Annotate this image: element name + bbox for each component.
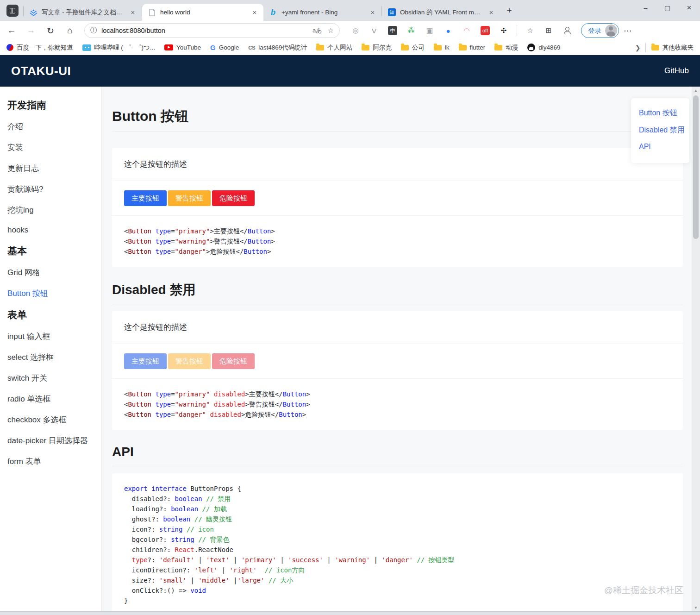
extension-translate[interactable]: 中 xyxy=(386,24,400,38)
sidebar-item[interactable]: 更新日志 xyxy=(0,158,101,179)
toc-link[interactable]: Disabled 禁用 xyxy=(639,126,685,135)
tab-actions-menu-icon[interactable] xyxy=(6,5,19,17)
extension-cat[interactable]: ◠ xyxy=(460,24,474,38)
tab-close-icon[interactable]: × xyxy=(487,8,495,17)
warning-demo-button[interactable]: 警告按钮 xyxy=(168,353,211,369)
sidebar-item[interactable]: input 输入框 xyxy=(0,326,101,347)
sidebar-group-title: 表单 xyxy=(0,304,101,326)
address-bar[interactable]: ⓘ localhost:8080/button aあ ☆ xyxy=(84,23,340,38)
extension-blue-dot[interactable]: ● xyxy=(441,24,455,38)
extension-atom[interactable]: ◎ xyxy=(349,24,362,38)
bookmarks-overflow-icon[interactable]: ❯ xyxy=(635,44,641,51)
add-favorite-icon[interactable]: ☆ xyxy=(328,26,334,35)
reload-button[interactable]: ↻ xyxy=(43,23,58,38)
folder-icon xyxy=(401,45,409,50)
browser-tab-1[interactable]: 写文章 - 手撸组件库之文档工具× xyxy=(24,4,142,21)
sidebar-item[interactable]: hooks xyxy=(0,220,101,240)
sidebar-item[interactable]: Button 按钮 xyxy=(0,283,101,304)
sidebar-item[interactable]: radio 单选框 xyxy=(0,389,101,409)
url-text[interactable]: localhost:8080/button xyxy=(101,27,312,34)
window-close-button[interactable]: × xyxy=(678,0,700,16)
primary-demo-button[interactable]: 主要按钮 xyxy=(124,190,167,206)
browser-tab-4[interactable]: 知Obsidian 的 YAML Front matter× xyxy=(382,4,500,21)
warning-demo-button[interactable]: 警告按钮 xyxy=(168,190,211,206)
sidebar-item[interactable]: Grid 网格 xyxy=(0,262,101,283)
bookmark-item[interactable]: lk xyxy=(434,44,450,51)
sidebar-item[interactable]: checkbox 多选框 xyxy=(0,409,101,430)
bookmark-label: diy4869 xyxy=(538,44,560,51)
folder-icon xyxy=(362,45,369,50)
bookmark-item[interactable]: 百度一下，你就知道 xyxy=(6,44,73,52)
bookmark-item[interactable]: CSlast4869代码统计 xyxy=(248,44,307,52)
danger-demo-button[interactable]: 危险按钮 xyxy=(212,190,255,206)
primary-demo-button[interactable]: 主要按钮 xyxy=(124,353,167,369)
home-button[interactable]: ⌂ xyxy=(62,23,78,38)
sidebar-item[interactable]: 介绍 xyxy=(0,116,101,137)
extension-box[interactable]: ▣ xyxy=(423,24,437,38)
extension-off-badge[interactable]: off xyxy=(478,24,492,38)
code-line: <Button type="danger">危险按钮</Button> xyxy=(124,246,671,257)
tab-close-icon[interactable]: × xyxy=(129,8,137,17)
sidebar-item[interactable]: form 表单 xyxy=(0,451,101,472)
code-line: icon?: string // icon xyxy=(124,524,671,534)
window-maximize-button[interactable]: ▢ xyxy=(656,0,678,16)
sidebar-item[interactable]: select 选择框 xyxy=(0,347,101,368)
forward-button[interactable]: → xyxy=(23,23,39,38)
site-brand[interactable]: OTAKU-UI xyxy=(11,64,71,78)
feedback-person-icon[interactable] xyxy=(560,24,574,38)
folder-icon xyxy=(651,45,659,50)
favorites-icon[interactable]: ☆ xyxy=(523,24,537,38)
tab-close-icon[interactable]: × xyxy=(250,8,259,17)
browser-tab-2[interactable]: hello world× xyxy=(142,4,263,21)
bookmark-label: 阿尔克 xyxy=(373,44,392,52)
sidebar-group-title: 开发指南 xyxy=(0,94,101,116)
collections-icon[interactable]: ⊞ xyxy=(542,24,556,38)
new-tab-button[interactable]: + xyxy=(503,4,516,17)
bookmark-item[interactable]: 动漫 xyxy=(494,44,518,52)
sidebar-item[interactable]: 挖坑ing xyxy=(0,200,101,220)
bookmark-item[interactable]: 个人网站 xyxy=(316,44,352,52)
vertical-scrollbar[interactable]: ▲ ▼ xyxy=(692,87,700,611)
zhihu-favicon-icon: 知 xyxy=(388,8,396,17)
login-button[interactable]: 登录 xyxy=(581,23,619,38)
bookmark-item[interactable]: flutter xyxy=(459,44,486,51)
bookmark-label: 动漫 xyxy=(506,44,518,52)
site-info-icon[interactable]: ⓘ xyxy=(90,26,97,35)
window-bottom-edge xyxy=(0,611,700,615)
login-label: 登录 xyxy=(588,26,601,35)
bookmark-label: YouTube xyxy=(176,44,201,51)
bookmark-item[interactable]: YouTube xyxy=(164,44,201,51)
extension-baidu-paw[interactable]: ⁂ xyxy=(404,24,418,38)
back-button[interactable]: ← xyxy=(4,23,19,38)
other-favorites-label: 其他收藏夹 xyxy=(662,44,694,52)
sidebar-item[interactable]: 安装 xyxy=(0,137,101,158)
scrollbar-up-arrow[interactable]: ▲ xyxy=(692,87,700,94)
extension-vue[interactable]: V xyxy=(367,24,381,38)
scrollbar-thumb[interactable] xyxy=(693,95,699,239)
browser-tab-3[interactable]: b+yaml fronent - Bing× xyxy=(263,4,381,21)
sidebar-item[interactable]: switch 开关 xyxy=(0,368,101,389)
sidebar-item[interactable]: 贡献源码? xyxy=(0,179,101,200)
github-link[interactable]: GitHub xyxy=(664,66,689,75)
bookmark-label: 哔哩哔哩 ( ゜- ゜)つ... xyxy=(94,44,155,52)
toc-link[interactable]: Button 按钮 xyxy=(639,108,685,118)
component-description: 这个是按钮的描述 xyxy=(112,311,683,344)
window-minimize-button[interactable]: – xyxy=(635,0,656,16)
translate-icon[interactable]: aあ xyxy=(312,26,322,35)
tab-close-icon[interactable]: × xyxy=(369,8,377,17)
other-favorites-folder[interactable]: 其他收藏夹 xyxy=(651,44,694,52)
toc-link[interactable]: API xyxy=(639,143,685,151)
table-of-contents: Button 按钮Disabled 禁用API xyxy=(631,98,689,163)
bookmark-item[interactable]: 阿尔克 xyxy=(362,44,392,52)
button-demo-row: 主要按钮警告按钮危险按钮 xyxy=(112,344,683,379)
sidebar-item[interactable]: date-picker 日期选择器 xyxy=(0,430,101,451)
bookmark-label: last4869代码统计 xyxy=(258,44,307,52)
danger-demo-button[interactable]: 危险按钮 xyxy=(212,353,255,369)
bookmark-item[interactable]: 哔哩哔哩 ( ゜- ゜)つ... xyxy=(82,44,155,52)
bookmark-item[interactable]: 公司 xyxy=(401,44,425,52)
bookmark-item[interactable]: GGoogle xyxy=(210,44,239,51)
bookmark-item[interactable]: diy4869 xyxy=(527,44,560,51)
browser-menu-icon[interactable]: ⋯ xyxy=(624,26,632,36)
scrollbar-down-arrow[interactable]: ▼ xyxy=(692,604,700,611)
extension-clover[interactable]: ✣ xyxy=(497,24,511,38)
